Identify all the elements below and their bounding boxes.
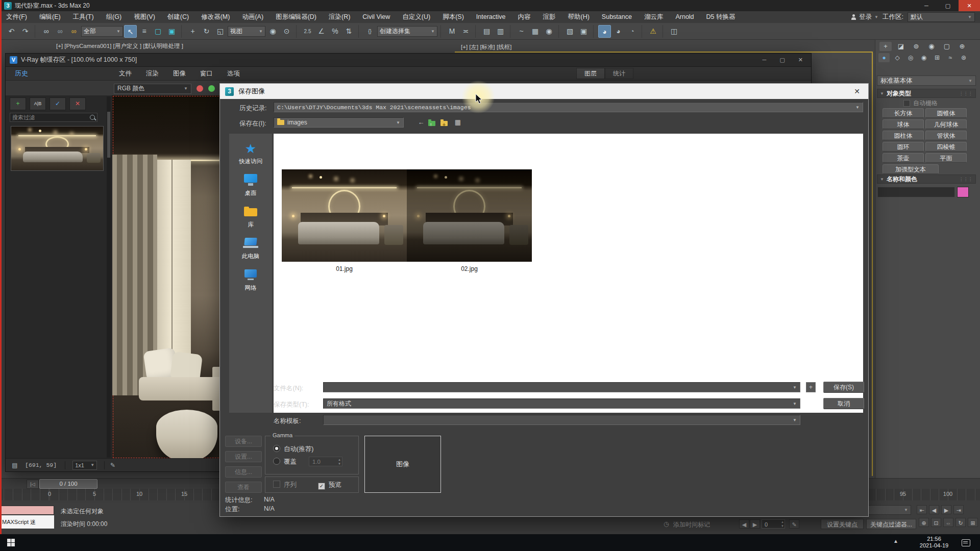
vfb-close-button[interactable]: ✕	[798, 57, 803, 63]
menu-item-17[interactable]: Substance	[596, 11, 638, 23]
sidebar-item-star[interactable]: ★快速访问	[229, 141, 272, 165]
dialog-titlebar[interactable]: 3 保存图像 ✕	[220, 84, 868, 99]
vfb-minimize-button[interactable]: ─	[763, 57, 767, 63]
vfb-zoom-dropdown[interactable]: 1x1▼	[72, 461, 97, 470]
use-pivot-center-icon[interactable]: ◉	[266, 25, 279, 38]
render-iterative-icon[interactable]: ◕	[612, 25, 625, 38]
add-time-tag[interactable]: 添加时间标记	[673, 520, 710, 529]
go-to-start-icon[interactable]: ⇤	[917, 505, 927, 514]
render-last-icon[interactable]: ◔	[626, 25, 639, 38]
menu-item-6[interactable]: 修改器(M)	[195, 11, 236, 23]
vfb-titlebar[interactable]: V V-Ray 帧缓存区 - [100.0% of 1000 x 750] ─ …	[6, 54, 811, 67]
primitive-button-9[interactable]: 平面	[925, 153, 967, 163]
utilities-tab-icon[interactable]: ⊕	[956, 42, 968, 51]
vfb-history-scrollbar[interactable]	[107, 96, 111, 458]
primitive-button-5[interactable]: 管状体	[925, 131, 967, 140]
object-color-swatch[interactable]	[957, 187, 969, 197]
object-name-field[interactable]	[877, 187, 955, 197]
go-to-end-icon[interactable]: ⇥	[953, 505, 964, 514]
play-icon[interactable]: ▶	[941, 505, 951, 514]
rollout-name-color[interactable]: ▼名称和颜色⋮⋮⋮	[877, 174, 976, 184]
menu-item-11[interactable]: 自定义(U)	[396, 11, 436, 23]
rect-selection-region-icon[interactable]: ▢	[152, 25, 164, 38]
new-folder-button[interactable]	[440, 117, 451, 128]
load-from-history-icon[interactable]: ✓	[50, 97, 66, 110]
menu-item-8[interactable]: 图形编辑器(D)	[270, 11, 323, 23]
reference-coordinate-dropdown[interactable]: 视图▼	[228, 26, 265, 37]
system-clock[interactable]: 21:562021-04-19	[914, 536, 954, 549]
menu-item-0[interactable]: 文件(F)	[0, 11, 33, 23]
primitive-category-dropdown[interactable]: 标准基本体▼	[877, 76, 976, 86]
gamma-auto-radio[interactable]: 自动(推荐)	[273, 445, 313, 454]
spacewarps-cat-icon[interactable]: ≈	[945, 53, 956, 62]
compare-ab-icon[interactable]: A|B	[30, 97, 46, 110]
toggle-layer-explorer-icon[interactable]: ▥	[494, 25, 507, 38]
viewport-label-camera[interactable]: [+] [PhysCamera001] [用户定义 ] [默认明暗处理 ]	[56, 42, 183, 50]
vfb-menu-1[interactable]: 渲染	[139, 69, 166, 78]
select-by-name-icon[interactable]: ≡	[138, 25, 151, 38]
increment-filename-button[interactable]: +	[806, 382, 816, 392]
mirror-icon[interactable]: M	[446, 25, 458, 38]
menu-item-18[interactable]: 溜云库	[638, 11, 670, 23]
redo-icon[interactable]: ↷	[19, 25, 32, 38]
sidebar-item-network[interactable]: 网络	[229, 267, 272, 292]
menu-item-20[interactable]: D5 转换器	[700, 11, 742, 23]
menu-item-12[interactable]: 脚本(S)	[436, 11, 470, 23]
unlink-selection-icon[interactable]: ∞	[54, 25, 66, 38]
spinner-snap-icon[interactable]: ⇅	[342, 25, 355, 38]
menu-item-3[interactable]: 组(G)	[100, 11, 128, 23]
green-dot-icon[interactable]	[208, 85, 215, 92]
primitive-button-0[interactable]: 长方体	[883, 108, 924, 118]
timeline-mode-icon[interactable]: |◁	[27, 480, 39, 489]
rollout-object-type[interactable]: ▼对象类型⋮⋮⋮	[877, 89, 976, 98]
frame-number-field[interactable]: 0▲▼	[762, 519, 785, 529]
schematic-view-icon[interactable]: ▦	[529, 25, 542, 38]
named-selection-sets-dropdown[interactable]: 创建选择集▼	[377, 26, 437, 37]
modify-tab-icon[interactable]: ◪	[895, 42, 907, 51]
autogrid-checkbox[interactable]: 自动栅格	[903, 99, 938, 108]
gamma-value-field[interactable]: 1.0▲▼	[309, 457, 342, 466]
dialog-button-2[interactable]: 信息...	[225, 466, 262, 478]
select-and-manipulate-icon[interactable]: ⊙	[280, 25, 293, 38]
bind-to-spacewarp-icon[interactable]: ∞	[67, 25, 80, 38]
vfb-menu-2[interactable]: 图像	[166, 69, 193, 78]
template-dropdown[interactable]: ▼	[323, 415, 800, 425]
primitive-button-1[interactable]: 圆锥体	[925, 108, 967, 118]
viewport-label-left-view[interactable]: [+] [左] [标准] [线框]	[461, 43, 511, 51]
filename-input[interactable]: ▼	[323, 382, 800, 392]
menu-item-13[interactable]: Interactive	[470, 11, 512, 23]
history-path-dropdown[interactable]: C:\Users\DTJY\Documents\3ds Max 2021\sce…	[274, 102, 863, 112]
menu-item-10[interactable]: Civil View	[356, 11, 396, 23]
macro-recorder-field[interactable]	[0, 506, 54, 515]
vfb-history-thumbnail[interactable]	[11, 126, 104, 171]
select-and-move-icon[interactable]: +	[186, 25, 199, 38]
percent-snap-icon[interactable]: %	[329, 25, 341, 38]
next-key-icon[interactable]: ▶	[750, 519, 760, 529]
rendered-frame-window-icon[interactable]: ▣	[577, 25, 590, 38]
isolate-selection-icon[interactable]: ◫	[668, 25, 680, 38]
menu-item-5[interactable]: 创建(C)	[161, 11, 195, 23]
record-dot-icon[interactable]	[197, 85, 203, 92]
primitive-button-4[interactable]: 圆柱体	[883, 131, 924, 140]
key-mode-icon[interactable]: ✎	[789, 519, 799, 529]
vfb-tab-0[interactable]: 图层	[576, 68, 605, 79]
dialog-button-0[interactable]: 设备...	[225, 436, 262, 447]
sidebar-item-desktop[interactable]: 桌面	[229, 172, 272, 197]
warning-icon[interactable]: ⚠	[647, 25, 659, 38]
create-tab-icon[interactable]: +	[879, 42, 892, 51]
dialog-close-icon[interactable]: ✕	[854, 87, 868, 95]
select-and-rotate-icon[interactable]: ↻	[200, 25, 213, 38]
save-button[interactable]: 保存(S)	[823, 382, 864, 393]
close-button[interactable]: ✕	[959, 0, 980, 11]
view-menu-button[interactable]: ▦	[453, 117, 463, 128]
maxscript-mini-listener[interactable]: MAXScript 迷	[0, 515, 54, 529]
menu-item-15[interactable]: 渲影	[537, 11, 562, 23]
select-object-icon[interactable]: ↖	[124, 25, 137, 38]
key-filters-button[interactable]: 关键点过滤器...	[866, 519, 916, 529]
remove-from-history-icon[interactable]: ✕	[69, 97, 86, 110]
helpers-cat-icon[interactable]: ⊞	[932, 53, 943, 62]
primitive-button-10[interactable]: 加强型文本	[883, 164, 939, 174]
display-tab-icon[interactable]: ▢	[941, 42, 953, 51]
save-in-dropdown[interactable]: images ▼	[274, 117, 404, 128]
back-button[interactable]: ←	[416, 117, 426, 128]
